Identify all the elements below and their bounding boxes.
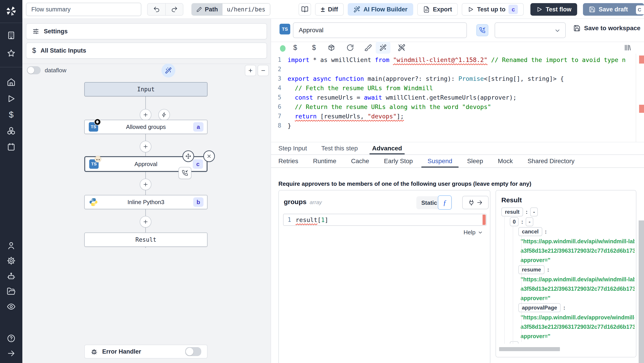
save-to-workspace-button[interactable]: Save to workspace (573, 25, 640, 32)
collapse-toggle[interactable]: - (530, 207, 538, 216)
subtab-cache[interactable]: Cache (351, 155, 369, 168)
sliders-icon (32, 28, 39, 35)
result-key-pill[interactable]: approvalPage (518, 303, 560, 312)
line-number: 3 (271, 75, 288, 82)
add-step-button[interactable] (140, 179, 152, 190)
code-line[interactable]: 6 // Return the resume URLs along with t… (271, 102, 644, 111)
runs-icon[interactable] (0, 94, 22, 103)
subtab-mock[interactable]: Mock (498, 155, 513, 168)
ai-assistant-button[interactable] (376, 42, 390, 54)
flow-input-node[interactable]: Input (84, 82, 208, 97)
variable-picker-button[interactable]: $ (290, 42, 300, 54)
subtab-suspend[interactable]: Suspend (428, 155, 452, 168)
ai-flow-builder-button[interactable]: AI Flow Builder (348, 3, 413, 16)
error-handler-card[interactable]: Error Handler (84, 345, 208, 358)
result-key-pill[interactable]: cancel (518, 227, 542, 236)
connect-input-button[interactable] (462, 196, 488, 209)
result-key-pill[interactable]: 0 (510, 217, 518, 226)
zoom-in-button[interactable]: + (245, 65, 256, 76)
reset-icon[interactable] (345, 42, 356, 54)
schedules-icon[interactable] (0, 142, 22, 151)
code-line[interactable]: 2 (271, 65, 644, 74)
flow-settings-card[interactable]: Settings (26, 23, 267, 39)
test-up-to-button[interactable]: Test up to c (462, 3, 524, 16)
workers-robot-icon[interactable] (0, 272, 22, 281)
step-name-input[interactable] (293, 22, 467, 38)
workspace-icon[interactable] (0, 31, 22, 40)
function-mode-button[interactable]: ƒ (438, 195, 452, 210)
add-step-button[interactable] (140, 216, 152, 228)
redo-button[interactable] (165, 4, 183, 15)
code-line[interactable]: 8} (271, 121, 644, 130)
collapse-toggle[interactable]: - (526, 217, 533, 226)
resources-icon[interactable] (0, 126, 22, 135)
subtab-retries[interactable]: Retries (278, 155, 298, 168)
users-icon[interactable] (0, 241, 22, 250)
result-key-pill[interactable]: 1 (510, 341, 518, 343)
export-button[interactable]: Export (417, 3, 458, 16)
variables-icon[interactable]: $ (0, 110, 22, 120)
move-step-button[interactable] (182, 150, 194, 162)
diff-button[interactable]: ± Diff (315, 3, 344, 16)
status-dot (280, 45, 286, 52)
subtab-sleep[interactable]: Sleep (467, 155, 483, 168)
resource-picker-button[interactable]: $ (308, 42, 319, 54)
flow-node-inline-python3[interactable]: Inline Python3 b (84, 195, 208, 209)
wand-off-icon[interactable] (396, 42, 407, 54)
add-trigger-button[interactable] (158, 109, 170, 121)
test-flow-button[interactable]: Test flow (530, 3, 577, 16)
groups-expression-input[interactable]: 1 result[1] (283, 214, 486, 226)
subtab-runtime[interactable]: Runtime (313, 155, 336, 168)
code-editor[interactable]: 1import * as wmillClient from "windmill-… (271, 54, 644, 142)
ai-graph-wand-button[interactable] (162, 64, 175, 78)
code-line[interactable]: 5 const resumeUrls = await wmillClient.g… (271, 93, 644, 102)
undo-button[interactable] (148, 4, 165, 15)
tree-guide (521, 237, 522, 342)
all-static-inputs-card[interactable]: $ All Static Inputs (26, 43, 267, 59)
result-tree: result:-0:-cancel:"https://app.windmill.… (501, 207, 634, 343)
package-icon[interactable] (326, 42, 337, 54)
result-key-pill[interactable]: resume (518, 265, 544, 274)
collapse-sidebar-arrow-icon[interactable] (0, 349, 22, 358)
delete-step-button[interactable] (203, 150, 215, 162)
path-button[interactable]: Path u/henri/bes (192, 3, 270, 16)
docs-button[interactable] (298, 3, 311, 16)
help-dropdown[interactable]: Help (464, 229, 483, 236)
folders-icon[interactable] (0, 287, 22, 296)
code-line[interactable]: 1import * as wmillClient from "windmill-… (271, 55, 644, 65)
settings-gear-icon[interactable] (0, 256, 22, 265)
flow-summary-input[interactable] (26, 3, 141, 16)
tab-advanced[interactable]: Advanced (372, 142, 402, 154)
help-icon[interactable] (0, 334, 22, 343)
format-brush-icon[interactable] (363, 42, 374, 54)
home-icon[interactable] (0, 78, 22, 87)
favorites-star-icon[interactable] (0, 49, 22, 58)
vertical-scrollbar[interactable] (639, 220, 644, 363)
code-line[interactable]: 4 // Fetch the resume URLs from Windmill (271, 83, 644, 93)
horizontal-scrollbar[interactable] (499, 347, 560, 351)
flow-node-allowed-groups[interactable]: TS Allowed groups a (84, 120, 208, 134)
subtab-early-stop[interactable]: Early Stop (384, 155, 413, 168)
tab-test-this-step[interactable]: Test this step (321, 142, 358, 154)
code-line[interactable]: 7 return [resumeUrls, "devops"]; (271, 111, 644, 121)
windmill-logo[interactable] (0, 5, 22, 17)
add-step-button[interactable] (140, 109, 152, 121)
result-key-pill[interactable]: result (501, 207, 523, 216)
error-handler-toggle[interactable] (185, 347, 201, 356)
zoom-out-button[interactable]: − (258, 65, 269, 76)
suspend-approval-toggle-button[interactable] (476, 24, 488, 36)
subtab-shared-directory[interactable]: Shared Directory (528, 155, 574, 168)
audit-eye-icon[interactable] (0, 302, 22, 311)
add-step-button[interactable] (140, 141, 152, 152)
path-label: Path (205, 6, 218, 13)
tab-step-input[interactable]: Step Input (278, 142, 307, 154)
step-id-badge: c (193, 159, 203, 169)
flow-result-node[interactable]: Result (84, 232, 208, 247)
file-code-icon (423, 6, 430, 13)
save-draft-button[interactable]: Save draft C (583, 3, 644, 16)
dataflow-toggle[interactable] (27, 66, 41, 74)
suspend-approval-badge[interactable] (178, 167, 192, 179)
code-line[interactable]: 3export async function main(approver?: s… (271, 74, 644, 83)
template-select[interactable] (495, 22, 566, 38)
library-icon[interactable] (622, 42, 633, 54)
